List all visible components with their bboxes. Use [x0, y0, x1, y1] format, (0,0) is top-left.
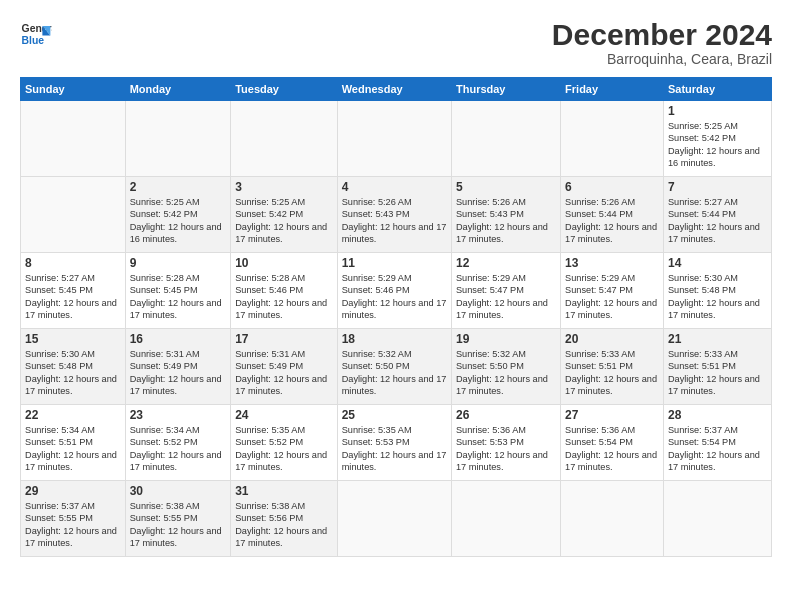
calendar-cell: 25Sunrise: 5:35 AMSunset: 5:53 PMDayligh…	[337, 405, 451, 481]
day-number: 21	[668, 332, 767, 346]
calendar-body: 1Sunrise: 5:25 AMSunset: 5:42 PMDaylight…	[21, 101, 772, 557]
day-number: 3	[235, 180, 333, 194]
day-info: Sunrise: 5:29 AMSunset: 5:47 PMDaylight:…	[456, 272, 556, 322]
calendar-cell: 9Sunrise: 5:28 AMSunset: 5:45 PMDaylight…	[125, 253, 231, 329]
day-number: 23	[130, 408, 227, 422]
day-info: Sunrise: 5:29 AMSunset: 5:47 PMDaylight:…	[565, 272, 659, 322]
table-row: 22Sunrise: 5:34 AMSunset: 5:51 PMDayligh…	[21, 405, 772, 481]
calendar-cell: 18Sunrise: 5:32 AMSunset: 5:50 PMDayligh…	[337, 329, 451, 405]
day-info: Sunrise: 5:38 AMSunset: 5:55 PMDaylight:…	[130, 500, 227, 550]
day-info: Sunrise: 5:38 AMSunset: 5:56 PMDaylight:…	[235, 500, 333, 550]
calendar-cell	[561, 101, 664, 177]
calendar-cell: 13Sunrise: 5:29 AMSunset: 5:47 PMDayligh…	[561, 253, 664, 329]
calendar-cell: 14Sunrise: 5:30 AMSunset: 5:48 PMDayligh…	[663, 253, 771, 329]
day-number: 9	[130, 256, 227, 270]
header: General Blue December 2024 Barroquinha, …	[20, 18, 772, 67]
calendar-cell	[451, 101, 560, 177]
day-number: 10	[235, 256, 333, 270]
day-number: 29	[25, 484, 121, 498]
calendar-cell: 11Sunrise: 5:29 AMSunset: 5:46 PMDayligh…	[337, 253, 451, 329]
day-info: Sunrise: 5:25 AMSunset: 5:42 PMDaylight:…	[235, 196, 333, 246]
day-number: 15	[25, 332, 121, 346]
table-row: 29Sunrise: 5:37 AMSunset: 5:55 PMDayligh…	[21, 481, 772, 557]
calendar-cell: 26Sunrise: 5:36 AMSunset: 5:53 PMDayligh…	[451, 405, 560, 481]
day-number: 27	[565, 408, 659, 422]
day-info: Sunrise: 5:26 AMSunset: 5:44 PMDaylight:…	[565, 196, 659, 246]
calendar-cell	[231, 101, 338, 177]
col-friday: Friday	[561, 78, 664, 101]
calendar-cell: 17Sunrise: 5:31 AMSunset: 5:49 PMDayligh…	[231, 329, 338, 405]
day-number: 19	[456, 332, 556, 346]
day-number: 4	[342, 180, 447, 194]
table-row: 15Sunrise: 5:30 AMSunset: 5:48 PMDayligh…	[21, 329, 772, 405]
calendar-cell: 21Sunrise: 5:33 AMSunset: 5:51 PMDayligh…	[663, 329, 771, 405]
day-info: Sunrise: 5:27 AMSunset: 5:44 PMDaylight:…	[668, 196, 767, 246]
calendar-cell: 15Sunrise: 5:30 AMSunset: 5:48 PMDayligh…	[21, 329, 126, 405]
calendar-cell: 29Sunrise: 5:37 AMSunset: 5:55 PMDayligh…	[21, 481, 126, 557]
day-number: 20	[565, 332, 659, 346]
day-number: 1	[668, 104, 767, 118]
day-number: 7	[668, 180, 767, 194]
calendar-cell	[21, 177, 126, 253]
calendar-cell: 12Sunrise: 5:29 AMSunset: 5:47 PMDayligh…	[451, 253, 560, 329]
calendar-cell	[561, 481, 664, 557]
day-info: Sunrise: 5:36 AMSunset: 5:53 PMDaylight:…	[456, 424, 556, 474]
day-number: 25	[342, 408, 447, 422]
calendar-cell: 31Sunrise: 5:38 AMSunset: 5:56 PMDayligh…	[231, 481, 338, 557]
day-info: Sunrise: 5:37 AMSunset: 5:54 PMDaylight:…	[668, 424, 767, 474]
day-info: Sunrise: 5:28 AMSunset: 5:46 PMDaylight:…	[235, 272, 333, 322]
day-number: 14	[668, 256, 767, 270]
logo-icon: General Blue	[20, 18, 52, 50]
table-row: 1Sunrise: 5:25 AMSunset: 5:42 PMDaylight…	[21, 101, 772, 177]
main-title: December 2024	[552, 18, 772, 51]
calendar-cell: 19Sunrise: 5:32 AMSunset: 5:50 PMDayligh…	[451, 329, 560, 405]
day-info: Sunrise: 5:29 AMSunset: 5:46 PMDaylight:…	[342, 272, 447, 322]
day-info: Sunrise: 5:32 AMSunset: 5:50 PMDaylight:…	[342, 348, 447, 398]
subtitle: Barroquinha, Ceara, Brazil	[552, 51, 772, 67]
day-number: 18	[342, 332, 447, 346]
calendar-cell	[21, 101, 126, 177]
col-tuesday: Tuesday	[231, 78, 338, 101]
calendar-cell: 20Sunrise: 5:33 AMSunset: 5:51 PMDayligh…	[561, 329, 664, 405]
day-info: Sunrise: 5:35 AMSunset: 5:53 PMDaylight:…	[342, 424, 447, 474]
col-saturday: Saturday	[663, 78, 771, 101]
day-info: Sunrise: 5:33 AMSunset: 5:51 PMDaylight:…	[668, 348, 767, 398]
day-number: 30	[130, 484, 227, 498]
day-info: Sunrise: 5:27 AMSunset: 5:45 PMDaylight:…	[25, 272, 121, 322]
calendar-cell: 16Sunrise: 5:31 AMSunset: 5:49 PMDayligh…	[125, 329, 231, 405]
table-row: 8Sunrise: 5:27 AMSunset: 5:45 PMDaylight…	[21, 253, 772, 329]
day-number: 13	[565, 256, 659, 270]
calendar-cell: 22Sunrise: 5:34 AMSunset: 5:51 PMDayligh…	[21, 405, 126, 481]
calendar-cell: 5Sunrise: 5:26 AMSunset: 5:43 PMDaylight…	[451, 177, 560, 253]
day-number: 2	[130, 180, 227, 194]
calendar-page: General Blue December 2024 Barroquinha, …	[0, 0, 792, 612]
calendar-cell	[337, 101, 451, 177]
day-info: Sunrise: 5:33 AMSunset: 5:51 PMDaylight:…	[565, 348, 659, 398]
day-info: Sunrise: 5:34 AMSunset: 5:52 PMDaylight:…	[130, 424, 227, 474]
logo: General Blue	[20, 18, 52, 50]
header-row: Sunday Monday Tuesday Wednesday Thursday…	[21, 78, 772, 101]
day-info: Sunrise: 5:32 AMSunset: 5:50 PMDaylight:…	[456, 348, 556, 398]
calendar-cell: 24Sunrise: 5:35 AMSunset: 5:52 PMDayligh…	[231, 405, 338, 481]
day-info: Sunrise: 5:26 AMSunset: 5:43 PMDaylight:…	[456, 196, 556, 246]
calendar-cell: 23Sunrise: 5:34 AMSunset: 5:52 PMDayligh…	[125, 405, 231, 481]
svg-text:Blue: Blue	[22, 35, 45, 46]
calendar-cell: 27Sunrise: 5:36 AMSunset: 5:54 PMDayligh…	[561, 405, 664, 481]
day-info: Sunrise: 5:30 AMSunset: 5:48 PMDaylight:…	[25, 348, 121, 398]
calendar-cell: 30Sunrise: 5:38 AMSunset: 5:55 PMDayligh…	[125, 481, 231, 557]
calendar-cell: 1Sunrise: 5:25 AMSunset: 5:42 PMDaylight…	[663, 101, 771, 177]
col-monday: Monday	[125, 78, 231, 101]
day-number: 28	[668, 408, 767, 422]
day-info: Sunrise: 5:26 AMSunset: 5:43 PMDaylight:…	[342, 196, 447, 246]
day-info: Sunrise: 5:25 AMSunset: 5:42 PMDaylight:…	[130, 196, 227, 246]
title-block: December 2024 Barroquinha, Ceara, Brazil	[552, 18, 772, 67]
day-info: Sunrise: 5:31 AMSunset: 5:49 PMDaylight:…	[235, 348, 333, 398]
day-info: Sunrise: 5:36 AMSunset: 5:54 PMDaylight:…	[565, 424, 659, 474]
day-number: 12	[456, 256, 556, 270]
calendar-cell: 8Sunrise: 5:27 AMSunset: 5:45 PMDaylight…	[21, 253, 126, 329]
day-info: Sunrise: 5:31 AMSunset: 5:49 PMDaylight:…	[130, 348, 227, 398]
day-number: 22	[25, 408, 121, 422]
table-row: 2Sunrise: 5:25 AMSunset: 5:42 PMDaylight…	[21, 177, 772, 253]
calendar-cell	[337, 481, 451, 557]
day-number: 26	[456, 408, 556, 422]
